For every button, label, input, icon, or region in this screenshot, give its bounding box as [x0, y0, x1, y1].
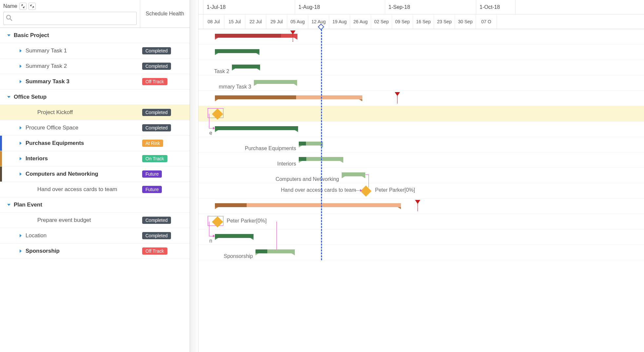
status-badge: Completed	[142, 124, 171, 131]
week-header: 23 Sep	[434, 14, 455, 29]
task-row-summary-task-2[interactable]: Summary Task 2Completed	[0, 59, 190, 74]
gantt-row-office-setup	[199, 91, 644, 106]
status-badge: Completed	[142, 47, 171, 54]
status-badge: Off Track	[142, 247, 167, 255]
week-header: 07 O	[476, 14, 497, 29]
caret-right-icon[interactable]	[18, 157, 24, 161]
task-row-hand-over-cards[interactable]: Hand over access cards to teamFuture	[0, 182, 190, 197]
column-header-schedule-health: Schedule Health	[140, 0, 190, 28]
week-header: 30 Sep	[455, 14, 476, 29]
caret-right-icon[interactable]	[18, 141, 24, 145]
task-label: Basic Project	[14, 32, 49, 39]
expand-icon[interactable]	[28, 3, 36, 10]
bar-label: Sponsorship	[224, 253, 256, 259]
task-row-interiors[interactable]: InteriorsOn Track	[0, 151, 190, 166]
task-label: Prepare event budget	[37, 217, 91, 224]
gantt-row-location: n	[199, 229, 644, 245]
task-label: Summary Task 1	[26, 48, 67, 54]
summary-bar[interactable]: Sponsorship	[256, 249, 295, 253]
bar-label: Computers and Networking	[275, 176, 342, 182]
gantt-row-project-kickoff	[199, 106, 644, 122]
caret-down-icon[interactable]	[6, 33, 12, 37]
task-label: Summary Task 2	[26, 63, 67, 69]
milestone-diamond[interactable]	[360, 186, 371, 197]
week-header: 09 Sep	[392, 14, 413, 29]
gantt-row-summary-task-3: mmary Task 3	[199, 75, 644, 91]
summary-bar[interactable]	[215, 49, 259, 53]
summary-bar[interactable]: mmary Task 3	[254, 80, 297, 84]
task-label: Purchase Equipments	[26, 140, 84, 147]
status-badge: Completed	[142, 109, 171, 116]
gantt-row-summary-task-2: Task 2	[199, 60, 644, 75]
caret-right-icon[interactable]	[18, 172, 24, 176]
deadline-marker	[395, 92, 400, 103]
caret-right-icon[interactable]	[18, 64, 24, 68]
caret-right-icon[interactable]	[18, 49, 24, 53]
task-row-location[interactable]: LocationCompleted	[0, 228, 190, 244]
bar-label: n	[209, 238, 215, 244]
status-badge: Off Track	[142, 78, 167, 85]
bar-label: Hand over access cards to team	[199, 187, 359, 193]
search-input[interactable]	[3, 12, 137, 25]
task-row-office-setup[interactable]: Office Setup	[0, 89, 190, 105]
gantt-row-purchase-equipments: Purchase Equipments	[199, 137, 644, 152]
week-header: 08 Jul	[203, 14, 224, 29]
week-header: 05 Aug	[287, 14, 308, 29]
summary-bar[interactable]	[215, 34, 297, 38]
caret-right-icon[interactable]	[18, 249, 24, 253]
week-header: 22 Jul	[245, 14, 266, 29]
bar-label: mmary Task 3	[219, 84, 254, 90]
task-label: Interiors	[26, 155, 48, 162]
week-header: 16 Sep	[413, 14, 434, 29]
caret-right-icon[interactable]	[18, 80, 24, 84]
gantt-row-procure-office: e	[199, 122, 644, 137]
caret-down-icon[interactable]	[6, 95, 12, 99]
summary-bar[interactable]	[215, 95, 362, 99]
task-label: Summary Task 3	[26, 78, 69, 85]
collapse-icon[interactable]	[19, 3, 27, 10]
summary-bar[interactable]: Interiors	[299, 157, 343, 161]
task-row-basic-project[interactable]: Basic Project	[0, 28, 190, 43]
week-header: 29 Jul	[266, 14, 287, 29]
task-row-computers-networking[interactable]: Computers and NetworkingFuture	[0, 166, 190, 182]
task-row-procure-office[interactable]: Procure Office SpaceCompleted	[0, 120, 190, 136]
task-row-summary-task-1[interactable]: Summary Task 1Completed	[0, 43, 190, 59]
task-row-sponsorship[interactable]: SponsorshipOff Track	[0, 244, 190, 259]
status-badge: On Track	[142, 155, 167, 162]
panel-splitter[interactable]	[190, 0, 199, 352]
summary-bar[interactable]: e	[215, 126, 298, 130]
timeline-header: 1-Jul-181-Aug-181-Sep-181-Oct-18 08 Jul1…	[199, 0, 644, 29]
caret-right-icon[interactable]	[18, 234, 24, 238]
column-header-name: Name	[3, 3, 17, 9]
summary-bar[interactable]	[215, 203, 401, 207]
gantt-row-summary-task-1	[199, 45, 644, 60]
week-header: 15 Jul	[224, 14, 245, 29]
task-row-project-kickoff[interactable]: Project KickoffCompleted	[0, 105, 190, 120]
summary-bar[interactable]: Purchase Equipments	[299, 142, 323, 146]
task-label: Office Setup	[14, 94, 47, 100]
caret-down-icon[interactable]	[6, 203, 12, 207]
task-label: Location	[26, 232, 47, 239]
gantt-row-prepare-budget: Peter Parker[0%]	[199, 214, 644, 229]
caret-right-icon[interactable]	[18, 126, 24, 130]
gantt-row-sponsorship: Sponsorship	[199, 245, 644, 260]
bar-label: Interiors	[277, 161, 299, 167]
gantt-panel: 1-Jul-181-Aug-181-Sep-181-Oct-18 08 Jul1…	[199, 0, 644, 352]
deadline-marker	[415, 200, 420, 211]
status-badge: Future	[142, 186, 162, 193]
status-badge: Completed	[142, 232, 171, 239]
status-badge: At Risk	[142, 140, 163, 147]
task-row-prepare-budget[interactable]: Prepare event budgetCompleted	[0, 213, 190, 228]
gantt-row-computers-networking: Computers and Networking	[199, 168, 644, 183]
task-row-summary-task-3[interactable]: Summary Task 3Off Track	[0, 74, 190, 89]
status-badge: Completed	[142, 217, 171, 224]
task-row-plan-event[interactable]: Plan Event	[0, 197, 190, 213]
summary-bar[interactable]: n	[215, 234, 254, 238]
summary-bar[interactable]: Task 2	[232, 65, 260, 68]
status-badge: Future	[142, 170, 162, 178]
summary-bar[interactable]: Computers and Networking	[342, 172, 365, 176]
task-label: Hand over access cards to team	[37, 186, 117, 193]
task-label: Computers and Networking	[26, 171, 98, 177]
month-header: 1-Jul-18	[203, 0, 295, 14]
task-row-purchase-equipments[interactable]: Purchase EquipmentsAt Risk	[0, 136, 190, 151]
